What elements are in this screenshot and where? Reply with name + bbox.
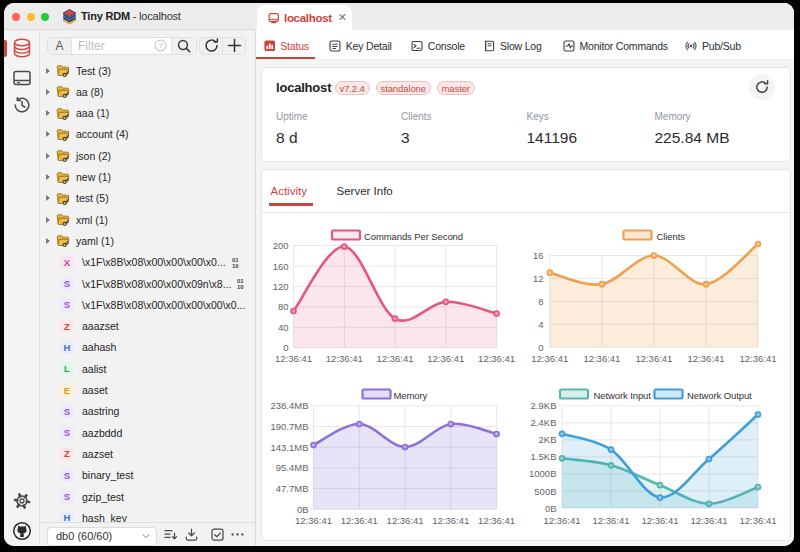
svg-text:2.9KB: 2.9KB [531, 400, 557, 411]
svg-text:12:36:41: 12:36:41 [593, 515, 630, 526]
svg-text:47.7MB: 47.7MB [276, 483, 309, 494]
svg-text:10: 10 [232, 263, 239, 269]
svg-text:120: 120 [273, 281, 289, 292]
svg-text:12:36:41: 12:36:41 [387, 515, 424, 526]
svg-text:01: 01 [232, 257, 239, 263]
svg-text:Network Output: Network Output [687, 390, 752, 401]
svg-text:500B: 500B [534, 486, 556, 497]
svg-text:12:36:41: 12:36:41 [583, 353, 620, 364]
svg-text:12:36:41: 12:36:41 [740, 515, 777, 526]
svg-text:0B: 0B [545, 503, 557, 514]
svg-text:190.7MB: 190.7MB [270, 421, 308, 432]
svg-text:10: 10 [237, 284, 244, 290]
svg-text:12:36:41: 12:36:41 [377, 353, 414, 364]
svg-text:1000B: 1000B [529, 468, 556, 479]
svg-text:238.4MB: 238.4MB [270, 400, 308, 411]
svg-text:12:36:41: 12:36:41 [341, 515, 378, 526]
svg-text:Commands Per Second: Commands Per Second [364, 231, 463, 242]
svg-text:12:36:41: 12:36:41 [688, 353, 725, 364]
svg-text:95.4MB: 95.4MB [276, 462, 309, 473]
svg-text:12:36:41: 12:36:41 [275, 353, 312, 364]
svg-text:160: 160 [273, 261, 289, 272]
svg-text:12:36:41: 12:36:41 [740, 353, 777, 364]
svg-text:200: 200 [273, 240, 289, 251]
svg-text:12:36:41: 12:36:41 [427, 353, 464, 364]
svg-text:143.1MB: 143.1MB [270, 442, 308, 453]
svg-text:16: 16 [533, 250, 544, 261]
svg-text:12:36:41: 12:36:41 [691, 515, 728, 526]
svg-text:8: 8 [538, 296, 543, 307]
svg-text:Memory: Memory [394, 390, 428, 401]
svg-text:1.5KB: 1.5KB [531, 451, 557, 462]
svg-text:0: 0 [538, 342, 543, 353]
svg-text:4: 4 [538, 319, 543, 330]
svg-text:80: 80 [278, 301, 289, 312]
svg-text:0B: 0B [297, 504, 309, 515]
svg-text:2.4KB: 2.4KB [531, 417, 557, 428]
svg-text:12:36:41: 12:36:41 [544, 515, 581, 526]
svg-text:12:36:41: 12:36:41 [326, 353, 363, 364]
svg-text:12:36:41: 12:36:41 [635, 353, 672, 364]
svg-text:12:36:41: 12:36:41 [642, 515, 679, 526]
svg-text:12:36:41: 12:36:41 [478, 515, 515, 526]
svg-text:Network Input: Network Input [594, 390, 652, 401]
svg-text:2KB: 2KB [539, 434, 557, 445]
svg-text:?: ? [158, 42, 163, 51]
svg-text:12:36:41: 12:36:41 [478, 353, 515, 364]
svg-text:01: 01 [237, 278, 244, 284]
svg-text:12:36:41: 12:36:41 [432, 515, 469, 526]
svg-text:40: 40 [278, 322, 289, 333]
svg-text:12:36:41: 12:36:41 [531, 353, 568, 364]
svg-text:Clients: Clients [657, 231, 686, 242]
svg-text:12: 12 [533, 273, 544, 284]
svg-text:12:36:41: 12:36:41 [295, 515, 332, 526]
